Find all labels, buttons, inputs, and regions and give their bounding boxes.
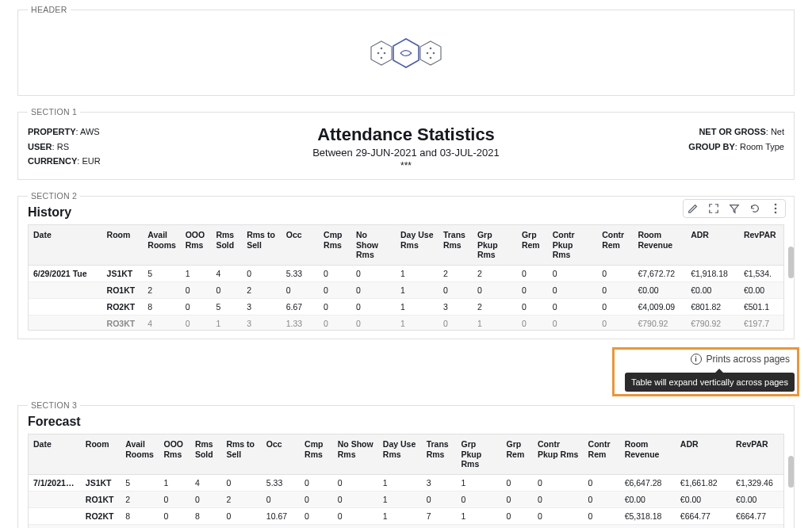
page-subtitle: Between 29-JUN-2021 and 03-JUL-2021 — [312, 147, 500, 159]
cell: 0 — [300, 524, 333, 528]
column-header[interactable]: Avail Rooms — [143, 225, 180, 265]
date-cell: 6/29/2021 Tue — [29, 265, 102, 281]
page-stars: *** — [312, 160, 500, 171]
svg-marker-5 — [393, 39, 419, 67]
cell: 0 — [597, 298, 633, 315]
date-cell — [29, 507, 81, 524]
cell: 0 — [282, 281, 319, 298]
column-header[interactable]: Date — [29, 434, 81, 474]
cell: €0.00 — [620, 491, 676, 507]
column-header[interactable]: Avail Rooms — [121, 434, 159, 474]
cell: 1 — [221, 524, 261, 528]
column-header[interactable]: No Show Rms — [333, 434, 378, 474]
column-header[interactable]: Occ — [282, 225, 319, 265]
column-header[interactable]: Contr Rem — [584, 434, 620, 474]
table-row[interactable]: RO1KT2002000100000€0.00€0.00€0.00 — [29, 281, 783, 298]
column-header[interactable]: Rms to Sell — [221, 434, 261, 474]
column-header[interactable]: OOO Rms — [181, 225, 212, 265]
column-header[interactable]: Grp Pkup Rms — [457, 434, 502, 474]
column-header[interactable]: Rms Sold — [190, 434, 221, 474]
cell: 2 — [242, 281, 282, 298]
cell: €7,672.72 — [633, 265, 686, 281]
cell: 0 — [319, 315, 351, 331]
column-header[interactable]: Room Revenue — [620, 434, 676, 474]
column-header[interactable]: Room — [81, 434, 121, 474]
table-row[interactable]: 7/1/2021 ThuJS1KT51405.3300131000€6,647.… — [29, 474, 783, 491]
room-cell: JS1KT — [81, 474, 121, 491]
column-header[interactable]: Occ — [262, 434, 300, 474]
cell: 0 — [597, 281, 633, 298]
column-header[interactable]: RevPAR — [739, 225, 783, 265]
column-header[interactable]: OOO Rms — [159, 434, 190, 474]
table-row[interactable]: RO1KT2002000100000€0.00€0.00€0.00 — [29, 491, 783, 507]
svg-point-4 — [381, 57, 383, 59]
room-cell: JS1KT — [102, 265, 144, 281]
table-row[interactable]: RO2KT80536.6700132000€4,009.09€801.82€50… — [29, 298, 783, 315]
expand-icon[interactable] — [707, 202, 720, 215]
refresh-icon[interactable] — [749, 202, 761, 215]
cell: €0.00 — [676, 491, 731, 507]
cell: 1 — [396, 265, 439, 281]
table-row[interactable]: 6/29/2021 TueJS1KT51405.3300122000€7,672… — [29, 265, 783, 281]
column-header[interactable]: Contr Pkup Rms — [548, 225, 597, 265]
column-header[interactable]: Cmp Rms — [319, 225, 351, 265]
column-header[interactable]: Cmp Rms — [300, 434, 333, 474]
filter-icon[interactable] — [728, 202, 741, 215]
cell: 0 — [584, 491, 620, 507]
cell: 1 — [378, 474, 422, 491]
cell: 0 — [533, 491, 584, 507]
history-table-wrap: DateRoomAvail RoomsOOO RmsRms SoldRms to… — [28, 224, 784, 331]
column-header[interactable]: Room — [102, 225, 144, 265]
column-header[interactable]: Room Revenue — [633, 225, 686, 265]
cell: 1 — [378, 507, 422, 524]
table-row[interactable]: RO3KT40131.3300101000€790.92€790.92€197.… — [29, 315, 783, 331]
cell: 0 — [533, 474, 584, 491]
column-header[interactable]: Contr Rem — [597, 225, 633, 265]
column-header[interactable]: Date — [29, 225, 102, 265]
table-row[interactable]: RO3KT4031400130000€2,789.09€929.70€697.2… — [29, 524, 783, 528]
column-header[interactable]: Grp Rem — [517, 225, 548, 265]
column-header[interactable]: Grp Rem — [502, 434, 533, 474]
cell: 1 — [473, 315, 517, 331]
hex-right-icon — [419, 40, 442, 66]
hex-left-icon — [370, 40, 393, 66]
header-legend: HEADER — [28, 5, 71, 14]
column-header[interactable]: Trans Rms — [439, 225, 473, 265]
more-icon[interactable] — [769, 202, 782, 215]
column-header[interactable]: Trans Rms — [422, 434, 457, 474]
history-scrollbar[interactable] — [788, 247, 794, 278]
prints-across-pages[interactable]: i Prints across pages — [691, 354, 790, 365]
cell: 0 — [439, 281, 473, 298]
column-header[interactable]: Contr Pkup Rms — [533, 434, 584, 474]
cell: 0 — [333, 491, 378, 507]
cell: 1 — [396, 281, 439, 298]
column-header[interactable]: Rms Sold — [211, 225, 242, 265]
cell: 0 — [502, 474, 533, 491]
column-header[interactable]: ADR — [686, 225, 739, 265]
cell: 5 — [143, 265, 180, 281]
column-header[interactable]: Day Use Rms — [378, 434, 422, 474]
pencil-icon[interactable] — [687, 202, 699, 215]
section2-box: SECTION 2 History DateRoomAvail RoomsOOO… — [17, 191, 795, 339]
hex-center-icon — [393, 38, 419, 68]
cell: 0 — [422, 491, 457, 507]
column-header[interactable]: ADR — [676, 434, 731, 474]
cell: 3 — [190, 524, 221, 528]
history-thead: DateRoomAvail RoomsOOO RmsRms SoldRms to… — [29, 225, 783, 265]
table-row[interactable]: RO2KT808010.6700171000€5,318.18€664.77€6… — [29, 507, 783, 524]
column-header[interactable]: RevPAR — [731, 434, 783, 474]
column-header[interactable]: Day Use Rms — [396, 225, 439, 265]
cell: 0 — [533, 507, 584, 524]
column-header[interactable]: No Show Rms — [351, 225, 396, 265]
user-label: USER — [28, 142, 52, 151]
svg-point-13 — [775, 212, 777, 214]
cell: 10.67 — [262, 507, 300, 524]
room-cell: RO3KT — [102, 315, 144, 331]
property-value: AWS — [80, 127, 100, 136]
forecast-scrollbar[interactable] — [788, 456, 794, 488]
cell: 2 — [221, 491, 261, 507]
column-header[interactable]: Grp Pkup Rms — [473, 225, 517, 265]
svg-point-10 — [430, 57, 432, 59]
column-header[interactable]: Rms to Sell — [242, 225, 282, 265]
section1-left: PROPERTY: AWS USER: RS CURRENCY: EUR — [28, 124, 312, 171]
